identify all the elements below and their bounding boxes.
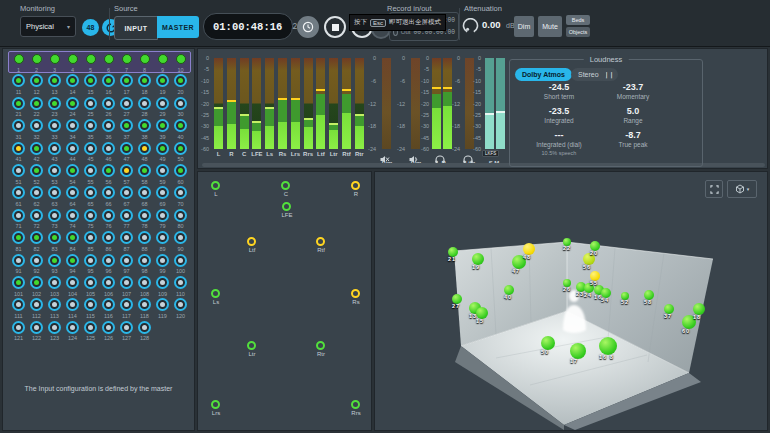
channel-dot-109[interactable] [156,276,169,289]
objects-button[interactable]: Objects [566,27,590,37]
channel-dot-34[interactable] [66,119,79,132]
channel-dot-61[interactable] [12,186,25,199]
channel-dot-79[interactable] [156,209,169,222]
mute-button[interactable]: Mute [538,16,562,37]
channel-dot-30[interactable] [174,97,187,110]
channel-dot-57[interactable] [120,164,133,177]
fullscreen-button[interactable] [705,180,723,198]
channel-dot-90[interactable] [174,231,187,244]
channel-dot-127[interactable] [120,321,133,334]
channel-dot-48[interactable] [138,142,151,155]
channel-dot-25[interactable] [84,97,97,110]
channel-dot-105[interactable] [84,276,97,289]
channel-dot-78[interactable] [138,209,151,222]
channel-dot-67[interactable] [120,186,133,199]
channel-dot-47[interactable] [120,142,133,155]
channel-dot-27[interactable] [120,97,133,110]
channel-dot-14[interactable] [66,74,79,87]
channel-dot-66[interactable] [102,186,115,199]
channel-dot-128[interactable] [138,321,151,334]
channel-dot-37[interactable] [120,119,133,132]
channel-dot-92[interactable] [30,254,43,267]
channel-dot-76[interactable] [102,209,115,222]
channel-dot-50[interactable] [174,142,187,155]
channel-dot-121[interactable] [12,321,25,334]
channel-dot-115[interactable] [84,298,97,311]
channel-dot-120[interactable] [174,298,187,311]
channel-dot-118[interactable] [138,298,151,311]
channel-dot-87[interactable] [120,231,133,244]
channel-dot-22[interactable] [30,97,43,110]
channel-dot-101[interactable] [12,276,25,289]
channel-dot-15[interactable] [84,74,97,87]
channel-dot-84[interactable] [66,231,79,244]
channel-dot-21[interactable] [12,97,25,110]
channel-dot-64[interactable] [66,186,79,199]
beds-button[interactable]: Beds [566,15,590,25]
channel-dot-46[interactable] [102,142,115,155]
channel-dot-29[interactable] [156,97,169,110]
channel-dot-56[interactable] [102,164,115,177]
channel-dot-81[interactable] [12,231,25,244]
channel-dot-54[interactable] [66,164,79,177]
channel-dot-117[interactable] [120,298,133,311]
channel-dot-113[interactable] [48,298,61,311]
dim-button[interactable]: Dim [514,16,534,37]
channel-dot-28[interactable] [138,97,151,110]
channel-dot-7[interactable] [122,54,132,64]
channel-dot-71[interactable] [12,209,25,222]
channel-dot-99[interactable] [156,254,169,267]
channel-dot-24[interactable] [66,97,79,110]
channel-dot-107[interactable] [120,276,133,289]
channel-dot-55[interactable] [84,164,97,177]
channel-dot-119[interactable] [156,298,169,311]
room-3d-view[interactable] [375,172,769,430]
view-mode-button[interactable]: ▾ [727,180,757,198]
channel-dot-94[interactable] [66,254,79,267]
channel-dot-112[interactable] [30,298,43,311]
channel-dot-70[interactable] [174,186,187,199]
channel-dot-40[interactable] [174,119,187,132]
channel-dot-102[interactable] [30,276,43,289]
channel-dot-6[interactable] [104,54,114,64]
channel-dot-11[interactable] [12,74,25,87]
channel-dot-98[interactable] [138,254,151,267]
channel-dot-72[interactable] [30,209,43,222]
channel-dot-3[interactable] [50,54,60,64]
channel-dot-13[interactable] [48,74,61,87]
channel-dot-111[interactable] [12,298,25,311]
channel-dot-65[interactable] [84,186,97,199]
channel-dot-16[interactable] [102,74,115,87]
channel-dot-91[interactable] [12,254,25,267]
channel-dot-12[interactable] [30,74,43,87]
channel-dot-5[interactable] [86,54,96,64]
channel-dot-68[interactable] [138,186,151,199]
channel-dot-19[interactable] [156,74,169,87]
channel-dot-114[interactable] [66,298,79,311]
channel-dot-52[interactable] [30,164,43,177]
channel-dot-123[interactable] [48,321,61,334]
channel-dot-31[interactable] [12,119,25,132]
channel-dot-125[interactable] [84,321,97,334]
channel-dot-108[interactable] [138,276,151,289]
channel-dot-110[interactable] [174,276,187,289]
channel-dot-88[interactable] [138,231,151,244]
channel-dot-53[interactable] [48,164,61,177]
channel-dot-58[interactable] [138,164,151,177]
channel-dot-86[interactable] [102,231,115,244]
channel-dot-104[interactable] [66,276,79,289]
channel-dot-23[interactable] [48,97,61,110]
monitoring-dropdown[interactable]: Physical ▾ [20,16,76,37]
channel-dot-74[interactable] [66,209,79,222]
channel-dot-17[interactable] [120,74,133,87]
channel-dot-42[interactable] [30,142,43,155]
channel-dot-95[interactable] [84,254,97,267]
channel-dot-33[interactable] [48,119,61,132]
channel-dot-8[interactable] [140,54,150,64]
channel-dot-80[interactable] [174,209,187,222]
channel-dot-124[interactable] [66,321,79,334]
channel-dot-100[interactable] [174,254,187,267]
channel-dot-41[interactable] [12,142,25,155]
channel-dot-106[interactable] [102,276,115,289]
channel-dot-122[interactable] [30,321,43,334]
